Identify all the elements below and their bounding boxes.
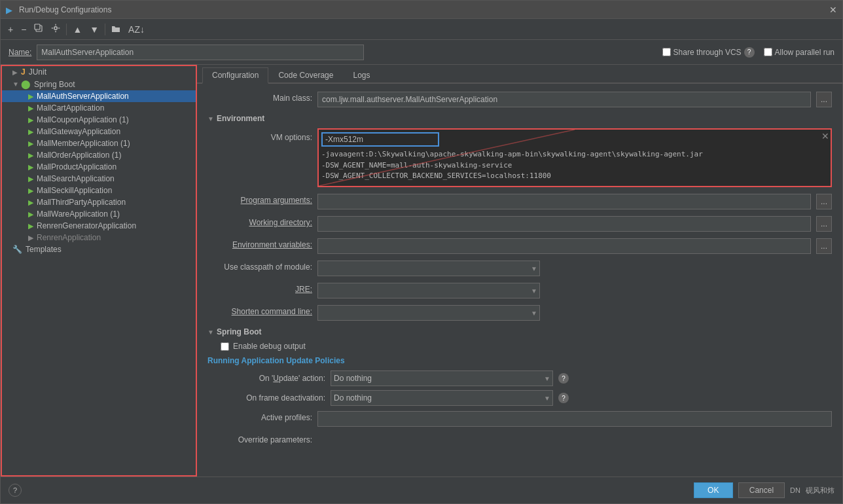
jre-select-wrapper: ▼	[317, 283, 540, 298]
bottom-bar: ? OK Cancel DN 砚风和炜	[1, 477, 842, 503]
sidebar-item-mall-auth[interactable]: ▶ MallAuthServerApplication	[2, 90, 196, 102]
enable-debug-checkbox[interactable]	[221, 342, 229, 351]
mall-third-icon: ▶	[28, 198, 33, 207]
sidebar-item-mall-third[interactable]: ▶ MallThirdPartyApplication	[2, 196, 196, 208]
share-vcs-help[interactable]: ?	[744, 47, 755, 58]
share-vcs-area: Share through VCS ? Allow parallel run	[662, 47, 834, 58]
vm-options-extra-text: -javaagent:D:\Skywalking\apache-skywalki…	[321, 149, 828, 182]
mall-cart-icon: ▶	[28, 104, 33, 113]
vm-options-input[interactable]	[321, 132, 439, 147]
sidebar-item-junit[interactable]: ▶ J JUnit	[2, 66, 196, 78]
mall-member-icon: ▶	[28, 139, 33, 148]
program-args-label: Program arguments:	[207, 194, 312, 205]
jre-label: JRE:	[207, 283, 312, 294]
config-button[interactable]	[48, 22, 63, 37]
right-panel: Configuration Code Coverage Logs Main cl…	[197, 65, 842, 477]
add-button[interactable]: +	[5, 22, 16, 37]
spring-icon: ⬤	[21, 79, 31, 89]
working-dir-browse-button[interactable]: ...	[816, 216, 832, 232]
sidebar-item-mall-member[interactable]: ▶ MallMemberApplication (1)	[2, 137, 196, 149]
config-content: Main class: ... ▼ Environment VM options…	[197, 84, 842, 477]
remove-button[interactable]: −	[18, 22, 29, 37]
on-update-select[interactable]: Do nothing	[331, 370, 553, 386]
on-frame-select[interactable]: Do nothing	[331, 390, 553, 406]
environment-toggle[interactable]: ▼	[207, 115, 214, 122]
on-frame-row: On frame deactivation: Do nothing ▼ ?	[207, 390, 832, 406]
sidebar-item-mall-seckill[interactable]: ▶ MallSeckillApplication	[2, 185, 196, 196]
override-params-label: Override parameters:	[207, 433, 312, 444]
run-debug-dialog: ▶ Run/Debug Configurations ✕ + − ▲ ▼	[0, 0, 843, 504]
classpath-select[interactable]	[317, 261, 540, 276]
mall-cart-label: MallCartApplication	[37, 103, 104, 113]
copy-button[interactable]	[31, 22, 46, 37]
program-args-input[interactable]	[317, 194, 811, 209]
on-update-help-icon[interactable]: ?	[558, 373, 569, 384]
classpath-select-wrapper: ▼	[317, 261, 540, 276]
dialog-icon: ▶	[6, 5, 15, 14]
mall-seckill-label: MallSeckillApplication	[37, 186, 112, 195]
sidebar-item-mall-gateway[interactable]: ▶ MallGatewayApplication	[2, 126, 196, 137]
up-button[interactable]: ▲	[69, 22, 85, 37]
tab-logs[interactable]: Logs	[343, 67, 380, 84]
sort-button[interactable]: AZ↓	[125, 22, 148, 37]
sidebar-item-spring-boot[interactable]: ▼ ⬤ Spring Boot	[2, 78, 196, 90]
main-class-input[interactable]	[317, 92, 811, 107]
templates-icon: 🔧	[12, 245, 22, 254]
help-button[interactable]: ?	[9, 484, 22, 497]
spring-label: Spring Boot	[34, 80, 75, 89]
sidebar-item-templates[interactable]: 🔧 Templates	[2, 243, 196, 255]
tab-configuration[interactable]: Configuration	[202, 67, 268, 84]
sidebar-item-mall-search[interactable]: ▶ MallSearchApplication	[2, 173, 196, 185]
spring-boot-toggle[interactable]: ▼	[207, 329, 214, 336]
renren-label: RenrenApplication	[37, 233, 101, 242]
jre-row: JRE: ▼	[207, 283, 832, 298]
override-params-row: Override parameters:	[207, 433, 832, 444]
environment-section-header: ▼ Environment	[207, 114, 832, 123]
spring-arrow: ▼	[12, 81, 19, 88]
svg-rect-1	[35, 24, 40, 29]
tab-code-coverage[interactable]: Code Coverage	[268, 67, 343, 84]
sidebar-item-renren-gen[interactable]: ▶ RenrenGeneratorApplication	[2, 220, 196, 232]
mall-ware-icon: ▶	[28, 210, 33, 219]
sidebar-item-mall-ware[interactable]: ▶ MallWareApplication (1)	[2, 208, 196, 220]
junit-icon: J	[21, 67, 26, 77]
mall-coupon-icon: ▶	[28, 116, 33, 124]
templates-label: Templates	[26, 245, 62, 254]
shorten-select[interactable]	[317, 305, 540, 321]
ok-button[interactable]: OK	[694, 482, 733, 498]
program-args-browse-button[interactable]: ...	[816, 194, 832, 209]
mall-product-label: MallProductApplication	[37, 162, 117, 171]
jre-select[interactable]	[317, 283, 540, 298]
classpath-row: Use classpath of module: ▼	[207, 261, 832, 276]
vm-options-clear-button[interactable]: ✕	[821, 131, 829, 141]
sidebar-item-mall-order[interactable]: ▶ MallOrderApplication (1)	[2, 149, 196, 161]
titlebar: ▶ Run/Debug Configurations ✕	[1, 1, 842, 19]
sidebar-item-mall-coupon[interactable]: ▶ MallCouponApplication (1)	[2, 114, 196, 126]
cancel-button[interactable]: Cancel	[738, 482, 785, 498]
mall-third-label: MallThirdPartyApplication	[37, 198, 126, 207]
share-vcs-checkbox[interactable]	[662, 48, 671, 56]
working-dir-row: Working directory: ...	[207, 216, 832, 232]
on-frame-help-icon[interactable]: ?	[558, 393, 569, 403]
mall-seckill-icon: ▶	[28, 187, 33, 195]
allow-parallel-checkbox[interactable]	[764, 48, 772, 56]
active-profiles-input[interactable]	[317, 411, 832, 427]
mall-search-icon: ▶	[28, 175, 33, 183]
working-dir-input[interactable]	[317, 216, 811, 232]
env-vars-input[interactable]	[317, 238, 811, 254]
mall-auth-label: MallAuthServerApplication	[37, 92, 129, 101]
down-button[interactable]: ▼	[86, 22, 102, 37]
env-vars-browse-button[interactable]: ...	[816, 238, 832, 254]
name-input[interactable]	[37, 45, 364, 60]
sidebar-item-mall-product[interactable]: ▶ MallProductApplication	[2, 161, 196, 173]
sidebar-item-mall-cart[interactable]: ▶ MallCartApplication	[2, 102, 196, 114]
sidebar-item-renren[interactable]: ▶ RenrenApplication	[2, 232, 196, 243]
mall-order-icon: ▶	[28, 151, 33, 160]
mall-auth-icon: ▶	[28, 92, 33, 101]
watermark: DN	[790, 486, 800, 494]
folder-button[interactable]	[108, 22, 124, 37]
spring-boot-section-title: Spring Boot	[217, 327, 262, 336]
main-class-browse-button[interactable]: ...	[816, 92, 832, 107]
close-button[interactable]: ✕	[829, 5, 837, 15]
allow-parallel-label: Allow parallel run	[775, 48, 834, 57]
